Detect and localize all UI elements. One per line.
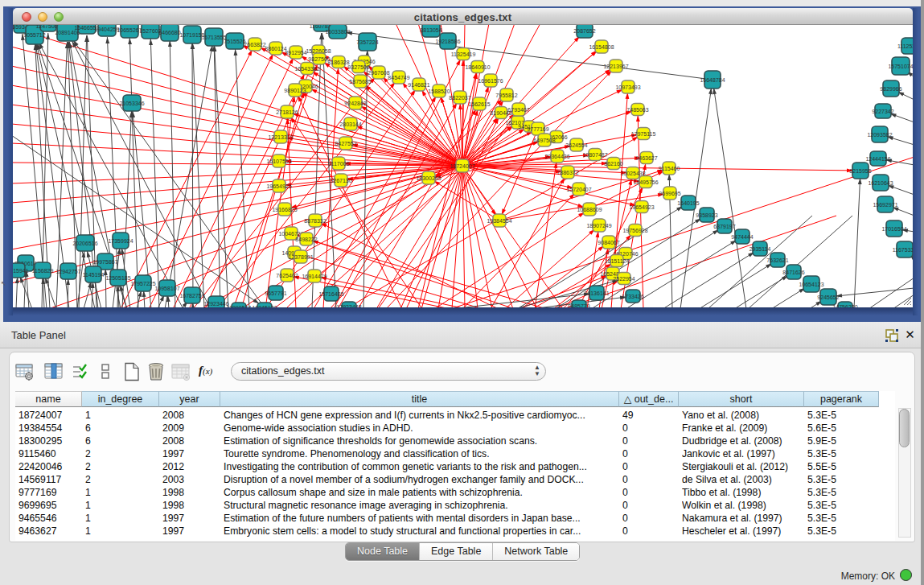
graph-node[interactable]: 19404259 — [94, 25, 119, 36]
graph-node[interactable]: 7357224 — [356, 33, 378, 51]
table-panel-titlebar[interactable] — [0, 322, 921, 348]
graph-node[interactable]: 11325419 — [451, 48, 476, 60]
graph-node[interactable]: 15751074 — [888, 57, 913, 75]
graph-node[interactable]: 1145194 — [83, 266, 105, 282]
graph-node[interactable]: 12093582 — [867, 126, 892, 142]
cell-r2-name[interactable]: 18300295 — [18, 435, 80, 447]
memory-status-indicator[interactable] — [900, 569, 912, 581]
graph-node[interactable]: 16210643 — [868, 175, 893, 191]
delete-icon[interactable] — [146, 362, 166, 381]
cell-r6-pagerank[interactable]: 5.3E-5 — [807, 486, 877, 499]
graph-node[interactable]: 12942757 — [55, 263, 80, 279]
cell-r6-name[interactable]: 9777169 — [18, 486, 80, 499]
column-header-in-degree[interactable]: in_degree — [82, 391, 159, 407]
new-document-icon[interactable] — [122, 362, 142, 381]
column-header-short[interactable]: short — [679, 391, 804, 407]
cell-r5-out-de-[interactable]: 0 — [622, 473, 676, 486]
cell-r0-year[interactable]: 2008 — [162, 409, 218, 422]
cell-r6-in-degree[interactable]: 1 — [85, 486, 157, 499]
tab-node-table[interactable]: Node Table — [346, 543, 420, 560]
graph-node[interactable]: 16713555 — [201, 28, 226, 46]
cell-r8-name[interactable]: 9465546 — [18, 512, 80, 525]
graph-node[interactable]: 16961576 — [478, 74, 503, 87]
graph-node[interactable]: 15716485 — [318, 286, 343, 301]
cell-r9-pagerank[interactable]: 5.3E-5 — [807, 525, 877, 538]
graph-node[interactable]: 7485063 — [626, 104, 648, 116]
cell-r1-title[interactable]: Genome-wide association studies in ADHD. — [224, 422, 617, 435]
cell-r7-year[interactable]: 1998 — [162, 499, 218, 512]
column-header-out-de-[interactable]: △ out_de... — [619, 391, 679, 407]
cell-r5-name[interactable]: 14569117 — [18, 473, 80, 486]
cell-r1-name[interactable]: 19384554 — [18, 422, 80, 435]
cell-r3-out-de-[interactable]: 0 — [622, 447, 676, 460]
cell-r3-year[interactable]: 1997 — [162, 447, 218, 460]
cell-r1-year[interactable]: 2009 — [162, 422, 218, 435]
cell-r7-title[interactable]: Structural magnetic resonance image aver… — [224, 499, 617, 512]
column-header-year[interactable]: year — [159, 391, 220, 407]
select-all-icon[interactable] — [72, 362, 91, 381]
graph-node[interactable]: 15692971 — [873, 196, 897, 212]
close-panel-icon[interactable]: ✕ — [904, 328, 916, 341]
graph-node[interactable]: 11675334 — [893, 241, 913, 257]
cell-r7-short[interactable]: Wolkin et al. (1998) — [682, 499, 802, 512]
column-header-title[interactable]: title — [220, 391, 619, 407]
graph-node[interactable]: 1156829 — [32, 262, 54, 278]
cell-r5-title[interactable]: Disruption of a novel member of a sodium… — [224, 473, 617, 486]
cell-r7-name[interactable]: 9699695 — [18, 499, 80, 512]
cell-r4-short[interactable]: Stergiakouli et al. (2012) — [682, 460, 802, 473]
cell-r0-title[interactable]: Changes of HCN gene expression and I(f) … — [224, 409, 617, 422]
network-canvas[interactable]: 1659346190557121247506320891406154665511… — [13, 25, 913, 307]
cell-r0-short[interactable]: Yano et al. (2008) — [682, 409, 802, 422]
graph-node[interactable]: 17359924 — [108, 233, 133, 249]
graph-node[interactable]: 11125334 — [897, 38, 913, 54]
graph-node[interactable]: 16136141 — [584, 286, 609, 300]
cell-r5-year[interactable]: 2003 — [162, 473, 218, 486]
cell-r5-short[interactable]: de Silva et al. (2003) — [682, 473, 802, 486]
graph-node[interactable]: 6466680 — [158, 25, 180, 41]
cell-r9-title[interactable]: Embryonic stem cells: a model to study s… — [224, 525, 617, 538]
resize-grip-icon[interactable] — [901, 295, 912, 306]
graph-node[interactable]: 1733426 — [622, 290, 643, 303]
cell-r9-in-degree[interactable]: 1 — [85, 525, 157, 538]
graph-node[interactable]: 17957225 — [130, 275, 155, 291]
graph-node[interactable]: 2935114 — [749, 241, 771, 256]
graph-node[interactable]: 10807487 — [582, 149, 607, 161]
graph-node[interactable]: 8427552 — [335, 137, 356, 150]
graph-node[interactable]: 8454749 — [388, 71, 409, 84]
graph-node[interactable]: 20364436 — [544, 150, 569, 163]
cell-r9-year[interactable]: 1997 — [162, 525, 218, 538]
cell-r7-out-de-[interactable]: 0 — [622, 499, 676, 512]
float-panel-icon[interactable] — [885, 329, 899, 343]
cell-r8-title[interactable]: Estimation of the future numbers of pati… — [224, 512, 617, 525]
graph-node[interactable]: 19756928 — [622, 225, 647, 237]
cell-r6-short[interactable]: Tibbo et al. (1998) — [682, 486, 802, 499]
cell-r0-pagerank[interactable]: 5.3E-5 — [807, 409, 877, 422]
cell-r3-short[interactable]: Jankovic et al. (1997) — [682, 447, 802, 460]
graph-node[interactable]: 16154808 — [589, 40, 614, 53]
cell-r9-out-de-[interactable]: 0 — [622, 525, 676, 538]
tab-edge-table[interactable]: Edge Table — [420, 543, 493, 560]
cell-r1-short[interactable]: Franke et al. (2009) — [682, 422, 802, 435]
cell-r4-year[interactable]: 2012 — [162, 460, 218, 473]
graph-node[interactable]: 12923448 — [336, 302, 361, 307]
cell-r4-out-de-[interactable]: 0 — [622, 460, 676, 473]
cell-r8-in-degree[interactable]: 1 — [85, 512, 157, 525]
cell-r3-name[interactable]: 9115460 — [18, 447, 80, 460]
graph-node[interactable]: 21053346 — [119, 95, 144, 111]
cell-r2-year[interactable]: 2008 — [162, 435, 218, 447]
graph-node[interactable]: 3624554 — [565, 138, 587, 151]
graph-node[interactable]: 9699695 — [659, 187, 680, 200]
graph-node[interactable]: 12444156 — [865, 151, 890, 166]
cell-r3-title[interactable]: Tourette syndrome. Phenomenology and cla… — [224, 447, 617, 460]
cell-r6-year[interactable]: 1998 — [162, 486, 218, 499]
column-header-name[interactable]: name — [15, 391, 82, 407]
cell-r8-year[interactable]: 1997 — [162, 512, 218, 525]
cell-r1-pagerank[interactable]: 5.6E-5 — [807, 422, 877, 435]
cell-r5-in-degree[interactable]: 2 — [85, 473, 157, 486]
cell-r1-out-de-[interactable]: 0 — [622, 422, 676, 435]
graph-node[interactable]: 862160 — [604, 158, 622, 170]
graph-node[interactable]: 2087652 — [573, 25, 595, 38]
graph-node[interactable]: 19166825 — [272, 203, 297, 216]
cell-r2-title[interactable]: Estimation of significance thresholds fo… — [224, 435, 617, 447]
scrollbar-thumb[interactable] — [899, 409, 910, 447]
